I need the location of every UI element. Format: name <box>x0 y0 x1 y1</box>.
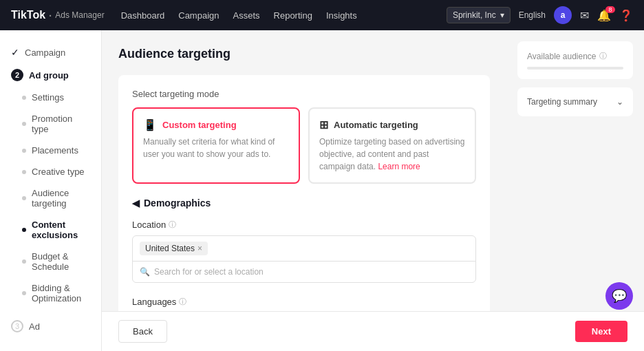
chat-bubble-icon: 💬 <box>612 288 627 304</box>
sidebar-item-audience[interactable]: Audience targeting <box>0 182 101 214</box>
location-info-icon[interactable]: ⓘ <box>169 220 176 230</box>
location-search[interactable]: 🔍 Search for or select a location <box>133 262 475 282</box>
nav-campaign[interactable]: Campaign <box>178 10 219 21</box>
avatar[interactable]: a <box>554 6 572 24</box>
custom-targeting-label: Custom targeting <box>162 120 237 130</box>
available-audience-bar <box>527 67 623 70</box>
location-search-placeholder: Search for or select a location <box>154 267 469 277</box>
sidebar-step2-label: Ad group <box>29 70 69 81</box>
location-search-icon: 🔍 <box>140 267 150 277</box>
step1-check-icon: ✓ <box>11 47 19 58</box>
location-tag-remove[interactable]: × <box>197 244 202 253</box>
logo-tiktok: TikTok <box>11 9 45 21</box>
help-button[interactable]: ❓ <box>619 9 633 22</box>
nav-reporting[interactable]: Reporting <box>274 10 312 21</box>
sidebar-item-settings[interactable]: Settings <box>0 87 101 108</box>
sidebar-step3-label: Ad <box>29 321 40 332</box>
page-title: Audience targeting <box>118 47 490 61</box>
dot-icon-audience <box>22 196 26 200</box>
location-box: United States × 🔍 Search for or select a… <box>132 235 476 283</box>
nav-assets[interactable]: Assets <box>233 10 260 21</box>
notification-badge: 8 <box>605 6 615 13</box>
dot-icon-settings <box>22 96 26 100</box>
step3-number: 3 <box>11 320 23 332</box>
available-audience-label: Available audience ⓘ <box>527 51 623 61</box>
targeting-summary-card: Targeting summary ⌄ <box>517 87 633 116</box>
sidebar-promotion-label: Promotion type <box>32 114 90 134</box>
location-label: Location ⓘ <box>132 220 476 230</box>
sidebar-item-placements[interactable]: Placements <box>0 140 101 161</box>
languages-info-icon[interactable]: ⓘ <box>179 297 186 307</box>
custom-targeting-icon: 📱 <box>143 118 157 131</box>
demographics-chevron-icon: ◀ <box>132 198 140 209</box>
step2-number: 2 <box>11 69 23 81</box>
location-tag-row: United States × <box>133 236 475 262</box>
sidebar-item-content-exclusions[interactable]: Content exclusions <box>0 214 101 246</box>
dot-icon-content-exclusions <box>22 228 26 232</box>
nav-insights[interactable]: Insights <box>326 10 357 21</box>
logo: TikTok · Ads Manager <box>11 9 105 21</box>
location-tag-label: United States <box>145 244 195 253</box>
account-selector[interactable]: Sprinkit, Inc ▾ <box>447 7 511 23</box>
sidebar-item-creative[interactable]: Creative type <box>0 161 101 182</box>
notification-button[interactable]: 🔔 8 <box>597 9 611 22</box>
sidebar-step3[interactable]: 3 Ad <box>0 315 101 338</box>
languages-label: Languages ⓘ <box>132 297 476 307</box>
sidebar-item-budget[interactable]: Budget & Schedule <box>0 246 101 277</box>
demographics-label: Demographics <box>144 198 211 209</box>
targeting-mode-label: Select targeting mode <box>132 89 476 99</box>
location-tag-us: United States × <box>140 242 208 255</box>
automatic-targeting-header: ⊞ Automatic targeting <box>319 118 465 131</box>
custom-targeting-desc: Manually set criteria for what kind of u… <box>143 136 289 160</box>
targeting-summary-label: Targeting summary <box>527 97 597 107</box>
dot-icon-budget <box>22 259 26 264</box>
nav-links: Dashboard Campaign Assets Reporting Insi… <box>121 10 430 21</box>
dot-icon-bidding <box>22 291 26 295</box>
automatic-targeting-label: Automatic targeting <box>334 120 418 130</box>
location-field-group: Location ⓘ United States × 🔍 Search <box>132 220 476 283</box>
sidebar-content-exclusions-label: Content exclusions <box>32 220 90 240</box>
sidebar-step1[interactable]: ✓ Campaign <box>0 41 101 63</box>
sidebar: ✓ Campaign 2 Ad group Settings Promotion… <box>0 30 102 351</box>
sidebar-audience-label: Audience targeting <box>32 188 90 209</box>
custom-targeting-header: 📱 Custom targeting <box>143 118 289 131</box>
logo-separator: · <box>49 10 52 21</box>
demographics-header[interactable]: ◀ Demographics <box>132 198 476 209</box>
main-content: Audience targeting Select targeting mode… <box>102 30 506 351</box>
automatic-targeting-option[interactable]: ⊞ Automatic targeting Optimize targeting… <box>308 107 476 184</box>
custom-targeting-option[interactable]: 📱 Custom targeting Manually set criteria… <box>132 107 300 184</box>
sidebar-settings-label: Settings <box>32 92 64 103</box>
dot-icon-placements <box>22 149 26 153</box>
available-audience-card: Available audience ⓘ <box>517 41 633 79</box>
page-layout: ✓ Campaign 2 Ad group Settings Promotion… <box>0 30 644 351</box>
logo-ads: Ads Manager <box>55 10 104 20</box>
sidebar-step1-label: Campaign <box>25 47 65 58</box>
targeting-summary-header[interactable]: Targeting summary ⌄ <box>527 97 623 107</box>
chat-bubble-button[interactable]: 💬 <box>605 282 633 310</box>
next-button[interactable]: Next <box>575 321 627 342</box>
automatic-targeting-desc: Optimize targeting based on advertising … <box>319 136 465 173</box>
account-name: Sprinkit, Inc <box>453 10 496 20</box>
sidebar-placements-label: Placements <box>32 145 78 156</box>
sidebar-creative-label: Creative type <box>32 167 85 177</box>
available-audience-info-icon[interactable]: ⓘ <box>599 51 607 61</box>
sidebar-bidding-label: Bidding & Optimization <box>32 283 90 304</box>
learn-more-link[interactable]: Learn more <box>378 162 420 171</box>
targeting-summary-chevron-icon: ⌄ <box>616 97 623 107</box>
targeting-options: 📱 Custom targeting Manually set criteria… <box>132 107 476 184</box>
nav-right: Sprinkit, Inc ▾ English a ✉ 🔔 8 ❓ <box>447 6 633 24</box>
back-button[interactable]: Back <box>118 320 167 343</box>
language-label: English <box>519 10 546 20</box>
sidebar-budget-label: Budget & Schedule <box>32 251 90 272</box>
automatic-targeting-icon: ⊞ <box>319 118 328 131</box>
targeting-mode-section: Select targeting mode 📱 Custom targeting… <box>118 75 490 351</box>
sidebar-item-promotion[interactable]: Promotion type <box>0 108 101 140</box>
mail-button[interactable]: ✉ <box>580 9 589 22</box>
sidebar-step2[interactable]: 2 Ad group <box>0 63 101 87</box>
footer: Back Next <box>102 311 644 351</box>
sidebar-item-bidding[interactable]: Bidding & Optimization <box>0 277 101 309</box>
dot-icon-promotion <box>22 122 26 126</box>
top-navigation: TikTok · Ads Manager Dashboard Campaign … <box>0 0 644 30</box>
account-dropdown-icon: ▾ <box>500 10 504 20</box>
nav-dashboard[interactable]: Dashboard <box>121 10 165 21</box>
